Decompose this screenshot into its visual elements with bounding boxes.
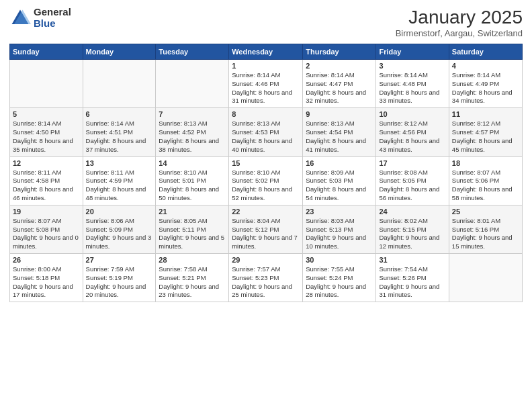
day-info: Sunrise: 8:11 AM Sunset: 4:59 PM Dayligh… [86,169,153,203]
day-number: 15 [232,159,300,167]
day-info: Sunrise: 8:14 AM Sunset: 4:49 PM Dayligh… [452,71,519,105]
calendar-cell: 8Sunrise: 8:13 AM Sunset: 4:53 PM Daylig… [229,108,303,156]
calendar-cell: 29Sunrise: 7:57 AM Sunset: 5:23 PM Dayli… [229,254,303,302]
calendar-header-monday: Monday [83,44,156,60]
calendar-cell: 21Sunrise: 8:05 AM Sunset: 5:11 PM Dayli… [156,205,229,253]
day-info: Sunrise: 7:59 AM Sunset: 5:19 PM Dayligh… [86,265,153,300]
calendar-cell [83,60,156,108]
calendar-cell: 25Sunrise: 8:01 AM Sunset: 5:16 PM Dayli… [449,205,522,253]
calendar-cell: 19Sunrise: 8:07 AM Sunset: 5:08 PM Dayli… [10,205,83,253]
day-number: 31 [379,256,445,264]
day-info: Sunrise: 7:57 AM Sunset: 5:23 PM Dayligh… [232,265,300,300]
day-info: Sunrise: 8:08 AM Sunset: 5:05 PM Dayligh… [379,169,445,203]
day-number: 20 [86,208,153,216]
calendar-cell: 5Sunrise: 8:14 AM Sunset: 4:50 PM Daylig… [10,108,83,156]
day-number: 27 [86,256,153,264]
day-number: 10 [379,110,445,118]
day-number: 26 [13,256,80,264]
calendar-header-sunday: Sunday [10,44,83,60]
day-number: 17 [379,159,445,167]
day-info: Sunrise: 8:14 AM Sunset: 4:46 PM Dayligh… [232,71,300,105]
calendar-cell: 30Sunrise: 7:55 AM Sunset: 5:24 PM Dayli… [303,254,376,302]
calendar-header-tuesday: Tuesday [156,44,229,60]
calendar-week-row: 19Sunrise: 8:07 AM Sunset: 5:08 PM Dayli… [10,205,523,253]
day-info: Sunrise: 8:03 AM Sunset: 5:13 PM Dayligh… [306,217,373,251]
day-info: Sunrise: 8:09 AM Sunset: 5:03 PM Dayligh… [306,169,373,203]
calendar-cell [10,60,83,108]
day-number: 5 [13,110,80,118]
calendar-cell: 6Sunrise: 8:14 AM Sunset: 4:51 PM Daylig… [83,108,156,156]
calendar-cell: 24Sunrise: 8:02 AM Sunset: 5:15 PM Dayli… [376,205,449,253]
day-info: Sunrise: 7:54 AM Sunset: 5:26 PM Dayligh… [379,265,445,300]
calendar-cell: 10Sunrise: 8:12 AM Sunset: 4:56 PM Dayli… [376,108,449,156]
calendar-cell: 18Sunrise: 8:07 AM Sunset: 5:06 PM Dayli… [449,156,522,205]
day-info: Sunrise: 8:10 AM Sunset: 5:02 PM Dayligh… [232,169,300,203]
calendar-cell: 26Sunrise: 8:00 AM Sunset: 5:18 PM Dayli… [10,254,83,302]
day-number: 13 [86,159,153,167]
calendar-header-friday: Friday [376,44,449,60]
calendar-cell: 22Sunrise: 8:04 AM Sunset: 5:12 PM Dayli… [229,205,303,253]
calendar-cell: 4Sunrise: 8:14 AM Sunset: 4:49 PM Daylig… [449,60,522,108]
day-number: 12 [13,159,80,167]
day-info: Sunrise: 7:55 AM Sunset: 5:24 PM Dayligh… [306,265,373,300]
day-info: Sunrise: 8:14 AM Sunset: 4:51 PM Dayligh… [86,120,153,154]
title-block: January 2025 Birmenstorf, Aargau, Switze… [396,7,523,38]
calendar-cell: 28Sunrise: 7:58 AM Sunset: 5:21 PM Dayli… [156,254,229,302]
day-number: 22 [232,208,300,216]
calendar-cell: 17Sunrise: 8:08 AM Sunset: 5:05 PM Dayli… [376,156,449,205]
calendar-cell: 14Sunrise: 8:10 AM Sunset: 5:01 PM Dayli… [156,156,229,205]
day-number: 19 [13,208,80,216]
day-number: 29 [232,256,300,264]
calendar-cell: 20Sunrise: 8:06 AM Sunset: 5:09 PM Dayli… [83,205,156,253]
calendar-header-wednesday: Wednesday [229,44,303,60]
calendar-header-row: SundayMondayTuesdayWednesdayThursdayFrid… [10,44,523,60]
day-number: 14 [159,159,226,167]
day-info: Sunrise: 8:05 AM Sunset: 5:11 PM Dayligh… [159,217,226,251]
calendar-cell: 11Sunrise: 8:12 AM Sunset: 4:57 PM Dayli… [449,108,522,156]
calendar-cell: 3Sunrise: 8:14 AM Sunset: 4:48 PM Daylig… [376,60,449,108]
day-number: 9 [306,110,373,118]
calendar-cell [449,254,522,302]
day-info: Sunrise: 8:13 AM Sunset: 4:52 PM Dayligh… [159,120,226,154]
day-number: 11 [452,110,519,118]
header: General Blue January 2025 Birmenstorf, A… [9,7,523,38]
day-info: Sunrise: 8:14 AM Sunset: 4:48 PM Dayligh… [379,71,445,105]
day-info: Sunrise: 8:04 AM Sunset: 5:12 PM Dayligh… [232,217,300,251]
day-info: Sunrise: 8:14 AM Sunset: 4:47 PM Dayligh… [306,71,373,105]
day-info: Sunrise: 8:12 AM Sunset: 4:57 PM Dayligh… [452,120,519,154]
day-number: 28 [159,256,226,264]
day-number: 18 [452,159,519,167]
day-info: Sunrise: 8:02 AM Sunset: 5:15 PM Dayligh… [379,217,445,251]
calendar-header-saturday: Saturday [449,44,522,60]
calendar-cell: 15Sunrise: 8:10 AM Sunset: 5:02 PM Dayli… [229,156,303,205]
calendar-cell: 9Sunrise: 8:13 AM Sunset: 4:54 PM Daylig… [303,108,376,156]
day-number: 8 [232,110,300,118]
logo-general-text: General [34,7,71,18]
day-number: 30 [306,256,373,264]
logo-blue-text: Blue [34,18,71,30]
calendar-cell: 13Sunrise: 8:11 AM Sunset: 4:59 PM Dayli… [83,156,156,205]
day-number: 24 [379,208,445,216]
day-number: 16 [306,159,373,167]
day-info: Sunrise: 8:14 AM Sunset: 4:50 PM Dayligh… [13,120,80,154]
day-info: Sunrise: 8:07 AM Sunset: 5:08 PM Dayligh… [13,217,80,251]
calendar-cell: 27Sunrise: 7:59 AM Sunset: 5:19 PM Dayli… [83,254,156,302]
day-info: Sunrise: 7:58 AM Sunset: 5:21 PM Dayligh… [159,265,226,300]
calendar-week-row: 1Sunrise: 8:14 AM Sunset: 4:46 PM Daylig… [10,60,523,108]
day-number: 6 [86,110,153,118]
calendar-cell: 16Sunrise: 8:09 AM Sunset: 5:03 PM Dayli… [303,156,376,205]
day-info: Sunrise: 8:10 AM Sunset: 5:01 PM Dayligh… [159,169,226,203]
day-number: 25 [452,208,519,216]
day-info: Sunrise: 8:12 AM Sunset: 4:56 PM Dayligh… [379,120,445,154]
month-title: January 2025 [396,7,523,28]
day-number: 2 [306,62,373,70]
day-info: Sunrise: 8:01 AM Sunset: 5:16 PM Dayligh… [452,217,519,251]
calendar-cell [156,60,229,108]
calendar-cell: 2Sunrise: 8:14 AM Sunset: 4:47 PM Daylig… [303,60,376,108]
day-info: Sunrise: 8:00 AM Sunset: 5:18 PM Dayligh… [13,265,80,300]
day-info: Sunrise: 8:13 AM Sunset: 4:53 PM Dayligh… [232,120,300,154]
day-info: Sunrise: 8:07 AM Sunset: 5:06 PM Dayligh… [452,169,519,203]
calendar-cell: 31Sunrise: 7:54 AM Sunset: 5:26 PM Dayli… [376,254,449,302]
page: General Blue January 2025 Birmenstorf, A… [0,0,532,411]
day-info: Sunrise: 8:06 AM Sunset: 5:09 PM Dayligh… [86,217,153,251]
